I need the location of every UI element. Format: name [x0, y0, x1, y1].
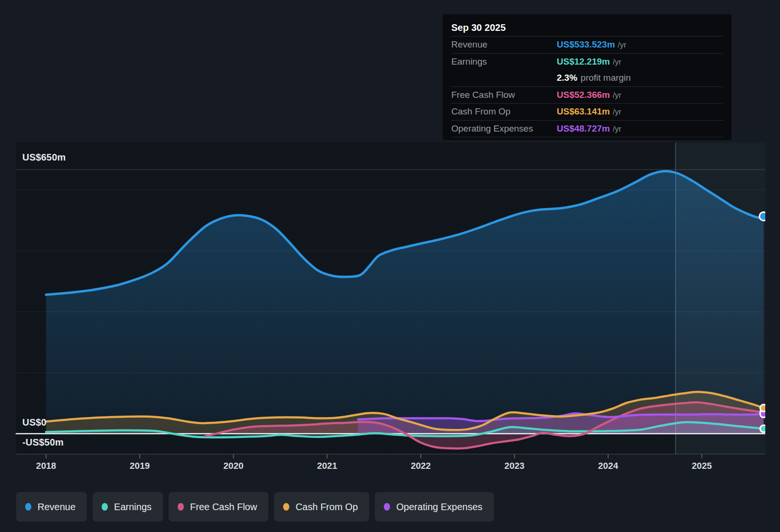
x-axis-label-2019: 2019 [130, 461, 150, 471]
legend-item-free-cash-flow[interactable]: Free Cash Flow [169, 492, 268, 522]
x-axis-label-2021: 2021 [317, 461, 337, 471]
legend-item-earnings[interactable]: Earnings [93, 492, 163, 522]
legend-item-cash-from-op[interactable]: Cash From Op [274, 492, 369, 522]
tooltip-row-profit-margin: 2.3% profit margin [451, 70, 723, 87]
hover-tooltip: Sep 30 2025 Revenue US$533.523m/yr Earni… [443, 14, 732, 140]
y-axis-label-zero: US$0 [22, 417, 47, 428]
tooltip-row-operating-expenses: Operating Expenses US$48.727m/yr [451, 121, 723, 138]
x-axis-label-2018: 2018 [36, 461, 56, 471]
tooltip-row-earnings: Earnings US$12.219m/yr [451, 54, 723, 70]
tooltip-row-revenue: Revenue US$533.523m/yr [451, 37, 723, 54]
legend-item-operating-expenses[interactable]: Operating Expenses [375, 492, 494, 522]
free-cash-flow-legend-dot-icon [178, 503, 184, 511]
x-axis-label-2025: 2025 [692, 461, 712, 471]
y-axis-label-650: US$650m [22, 152, 66, 163]
legend: Revenue Earnings Free Cash Flow Cash Fro… [16, 492, 494, 522]
legend-item-revenue[interactable]: Revenue [16, 492, 87, 522]
y-axis-label-neg50: -US$50m [22, 437, 64, 448]
revenue-legend-dot-icon [25, 503, 31, 511]
chart-root: US$650m US$0 -US$50m 2018201920202021202… [0, 0, 780, 532]
x-axis-label-2024: 2024 [598, 461, 618, 471]
operating-expenses-legend-dot-icon [384, 503, 390, 511]
cash-from-op-legend-dot-icon [283, 503, 289, 511]
tooltip-row-free-cash-flow: Free Cash Flow US$52.366m/yr [451, 87, 723, 104]
tooltip-date: Sep 30 2025 [451, 19, 723, 37]
tooltip-row-cash-from-op: Cash From Op US$63.141m/yr [451, 104, 723, 121]
earnings-legend-dot-icon [102, 503, 108, 511]
x-axis-label-2020: 2020 [223, 461, 243, 471]
x-axis-label-2022: 2022 [411, 461, 431, 471]
x-axis-label-2023: 2023 [504, 461, 524, 471]
